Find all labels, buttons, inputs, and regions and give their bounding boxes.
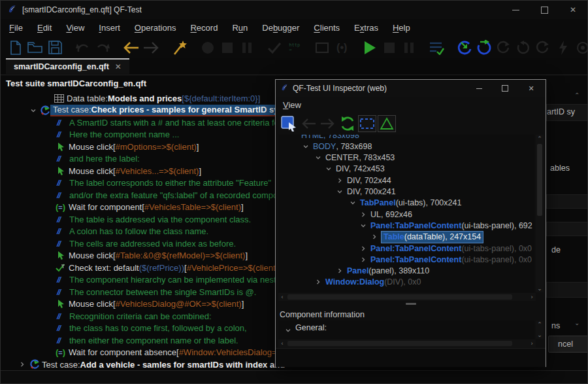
scroll-left-icon[interactable]: ‹ (278, 340, 286, 347)
scroll-down-icon[interactable]: ⌄ (536, 285, 544, 292)
general-section-label[interactable]: General: (295, 323, 327, 332)
inspector-tree-row[interactable]: Panel:TabPanelContent (ui-tabs-panel), 0… (278, 254, 534, 265)
stop-square2-icon[interactable] (382, 39, 397, 56)
scroll-up-icon[interactable]: ⌃ (536, 135, 544, 143)
chevron-down-icon[interactable] (325, 164, 332, 175)
circ-dark2-icon[interactable] (515, 39, 531, 56)
check-dark-icon[interactable] (267, 39, 282, 56)
stop-square-icon[interactable] (220, 39, 235, 56)
chevron-down-icon[interactable] (350, 198, 356, 209)
info-hscrollbar[interactable]: ‹ › (278, 340, 536, 347)
chevron-right-icon[interactable] (19, 358, 25, 370)
refresh-icon[interactable] (338, 115, 357, 132)
menu-item-file[interactable]: File (2, 20, 30, 35)
menu-item-edit[interactable]: Edit (30, 20, 59, 35)
bounds-rect-icon[interactable] (358, 115, 376, 132)
pick-component-icon[interactable] (280, 115, 298, 132)
record-circle-icon[interactable] (200, 39, 216, 56)
maximize-button[interactable] (530, 1, 559, 19)
inspector-tree-row[interactable]: DIV, 742x453 (278, 164, 534, 175)
menu-item-debugger[interactable]: Debugger (255, 20, 306, 35)
chevron-down-icon[interactable] (30, 105, 37, 116)
splitter-handle[interactable] (406, 303, 416, 305)
nav-forward-icon[interactable] (319, 115, 337, 132)
minimize-button[interactable] (501, 1, 530, 19)
cancel-button[interactable]: ncel (548, 336, 588, 353)
menu-item-run[interactable]: Run (225, 20, 255, 35)
chevron-right-icon[interactable] (360, 254, 367, 265)
menu-item-extras[interactable]: Extras (347, 20, 385, 35)
inspector-tree-row[interactable]: DIV, 702x44 (278, 175, 534, 186)
inspector-tree-row[interactable]: Panel (panel), 389x110 (278, 266, 534, 277)
scroll-up-icon[interactable]: ⌃ (574, 92, 580, 99)
save-icon[interactable] (47, 39, 63, 56)
inspector-close-button[interactable]: ✕ (518, 80, 544, 97)
circ-dark3-icon[interactable] (535, 39, 551, 56)
chevron-down-icon[interactable] (302, 141, 309, 152)
delta-triangle-icon[interactable] (378, 115, 396, 132)
inspector-tree-row[interactable]: Table (dataTable), 247x154 (278, 232, 534, 243)
inspector-tree-row[interactable]: UL, 692x46 (278, 209, 534, 220)
tab-close-icon[interactable]: ✕ (115, 62, 122, 71)
chevron-right-icon[interactable] (315, 277, 321, 288)
window-frame-icon[interactable] (314, 39, 330, 56)
chevron-down-icon[interactable] (285, 324, 291, 336)
menu-item-clients[interactable]: Clients (306, 20, 347, 35)
menu-item-record[interactable]: Record (183, 20, 225, 35)
scroll-right-icon[interactable]: › (528, 293, 536, 301)
forward-arrow-icon[interactable] (143, 39, 160, 56)
pause2-icon[interactable] (401, 39, 417, 56)
run-play-icon[interactable] (361, 39, 377, 56)
back-arrow-icon[interactable] (122, 39, 139, 56)
circ-dark1-icon[interactable] (496, 39, 512, 56)
chevron-right-icon[interactable] (336, 175, 343, 186)
chevron-right-icon[interactable] (371, 232, 378, 243)
inspector-tree-row[interactable]: CENTER, 783x453 (278, 152, 534, 164)
paren-dot-icon[interactable]: (•) (334, 39, 350, 56)
scroll-down-icon[interactable]: ⌄ (574, 319, 580, 326)
menu-item-insert[interactable]: Insert (91, 20, 127, 35)
menu-item-help[interactable]: Help (385, 20, 417, 35)
list-check-icon[interactable] (429, 39, 444, 56)
new-file-icon[interactable] (8, 39, 24, 56)
inspector-tree-row[interactable]: Panel:TabPanelContent (ui-tabs-panel), 6… (278, 220, 534, 231)
rerun-return-icon[interactable] (456, 39, 472, 56)
inspector-menu-view[interactable]: View (278, 98, 306, 112)
scroll-down-icon[interactable]: ⌄ (536, 331, 544, 339)
close-button[interactable]: ✕ (559, 1, 587, 19)
menu-item-view[interactable]: View (59, 20, 91, 35)
target-icon[interactable] (575, 39, 588, 56)
pause-icon[interactable] (239, 39, 255, 56)
inspector-maximize-button[interactable] (492, 80, 518, 97)
scroll-left-icon[interactable]: ‹ (278, 293, 286, 301)
nav-back-icon[interactable] (299, 115, 318, 132)
inspector-tree-vscrollbar[interactable]: ⌃ ⌄ (536, 135, 544, 292)
tab-smartidcarconfig[interactable]: smartIDCarconfig_en.qft ✕ (6, 58, 129, 74)
chevron-right-icon[interactable] (336, 266, 343, 277)
scroll-up-icon[interactable]: ⌃ (536, 321, 544, 328)
chevron-right-icon[interactable] (360, 243, 367, 254)
inspector-tree-row[interactable]: BODY, 783x698 (278, 141, 534, 152)
inspector-tree-row[interactable]: Panel:TabPanelContent (ui-tabs-panel), 0… (278, 243, 534, 254)
scroll-right-icon[interactable]: › (528, 340, 536, 347)
http-step-icon[interactable]: http⇒ (287, 39, 302, 56)
chevron-down-icon[interactable] (360, 220, 367, 231)
menu-item-operations[interactable]: Operations (127, 20, 184, 35)
inspector-tree-row[interactable]: DIV, 700x241 (278, 186, 534, 198)
window-title: [smartIDCarconfig_en.qft] QF-Test (22, 5, 142, 14)
magic-wand-icon[interactable] (172, 39, 188, 56)
inspector-tree-hscrollbar[interactable]: ‹ › (278, 293, 536, 301)
chevron-down-icon[interactable] (336, 186, 343, 198)
inspector-minimize-button[interactable] (466, 80, 492, 97)
open-folder-icon[interactable] (27, 39, 43, 56)
rerun-loop-icon[interactable] (476, 39, 492, 56)
inspector-tree-row[interactable]: HTML, 783x698 (278, 135, 534, 141)
chevron-down-icon[interactable] (315, 152, 321, 164)
inspector-tree-row[interactable]: Window:Dialog (DIV), 0x0 (278, 277, 534, 288)
inspector-tree-row[interactable]: TabPanel (ui-tabs), 700x241 (278, 198, 534, 209)
chevron-right-icon[interactable] (360, 209, 367, 220)
redo-icon[interactable] (95, 39, 110, 56)
undo-icon[interactable] (75, 39, 91, 56)
bolt-icon[interactable] (555, 39, 570, 56)
info-vscrollbar[interactable]: ⌃ ⌄ (536, 321, 544, 339)
